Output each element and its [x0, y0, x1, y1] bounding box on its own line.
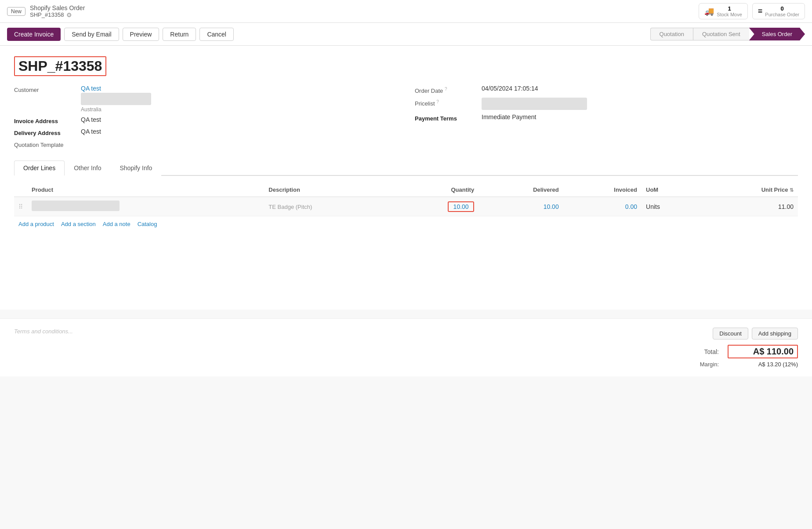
- purchase-order-label: Purchase Order: [765, 12, 799, 17]
- add-note-link[interactable]: Add a note: [103, 221, 130, 227]
- description-value: TE Badge (Pitch): [268, 204, 312, 210]
- terms-area: Terms and conditions...: [14, 328, 640, 335]
- pricelist-row: Pricelist ?: [415, 98, 798, 110]
- pricelist-help: ?: [436, 99, 439, 104]
- invoiced-value: 0.00: [625, 203, 637, 210]
- step-sales-order[interactable]: Sales Order: [749, 28, 805, 40]
- step-quotation-sent[interactable]: Quotation Sent: [693, 28, 749, 40]
- main-content: SHP_#13358 Customer QA test Australia In…: [0, 46, 812, 310]
- sort-icon: ⇅: [790, 187, 794, 193]
- delivery-address-value[interactable]: QA test: [81, 128, 101, 135]
- quantity-cell[interactable]: 10.00: [392, 197, 478, 216]
- total-row: Total: A$ 110.00: [640, 345, 798, 358]
- payment-terms-label: Payment Terms: [415, 113, 476, 122]
- delivered-cell[interactable]: 10.00: [478, 197, 563, 216]
- drag-handle-icon: ⠿: [18, 203, 23, 210]
- order-table: Product Description Quantity Delivered I…: [14, 183, 798, 216]
- add-product-link[interactable]: Add a product: [18, 221, 54, 227]
- invoiced-cell[interactable]: 0.00: [563, 197, 642, 216]
- payment-terms-value[interactable]: Immediate Payment: [482, 113, 536, 120]
- tabs: Order Lines Other Info Shopify Info: [14, 161, 798, 176]
- return-button[interactable]: Return: [163, 28, 196, 41]
- col-uom: UoM: [642, 183, 697, 197]
- quotation-template-row: Quotation Template: [14, 140, 397, 148]
- customer-address: Australia: [81, 106, 151, 113]
- app-name[interactable]: Shopify Sales Order: [30, 4, 85, 11]
- top-bar: New Shopify Sales Order SHP_#13358 ⚙ 🚚 1…: [0, 0, 812, 23]
- product-cell[interactable]: [27, 197, 264, 216]
- add-shipping-button[interactable]: Add shipping: [752, 328, 798, 339]
- total-value: A$ 110.00: [728, 345, 798, 358]
- top-bar-right: 🚚 1 Stock Move ≡ 0 Purchase Order: [699, 3, 805, 19]
- order-date-label: Order Date ?: [415, 85, 476, 94]
- quantity-value: 10.00: [448, 201, 474, 212]
- unit-price-cell[interactable]: 11.00: [697, 197, 798, 216]
- pricelist-label: Pricelist ?: [415, 98, 476, 107]
- col-delivered: Delivered: [478, 183, 563, 197]
- tab-shopify-info[interactable]: Shopify Info: [110, 161, 161, 176]
- top-bar-left: New Shopify Sales Order SHP_#13358 ⚙: [7, 4, 85, 18]
- gear-icon[interactable]: ⚙: [66, 11, 72, 18]
- pricelist-placeholder[interactable]: [482, 98, 587, 110]
- customer-address-placeholder: [81, 93, 151, 105]
- breadcrumb: Shopify Sales Order SHP_#13358 ⚙: [30, 4, 85, 18]
- truck-icon: 🚚: [704, 7, 714, 16]
- col-description: Description: [264, 183, 392, 197]
- add-links: Add a product Add a section Add a note C…: [14, 216, 798, 232]
- order-date-value[interactable]: 04/05/2024 17:05:14: [482, 85, 538, 92]
- preview-button[interactable]: Preview: [123, 28, 160, 41]
- col-invoiced: Invoiced: [563, 183, 642, 197]
- add-section-link[interactable]: Add a section: [61, 221, 96, 227]
- order-date-help: ?: [445, 87, 447, 91]
- status-steps: Quotation Quotation Sent Sales Order: [650, 28, 805, 40]
- create-invoice-button[interactable]: Create Invoice: [7, 28, 61, 41]
- customer-row: Customer QA test Australia: [14, 85, 397, 113]
- step-quotation[interactable]: Quotation: [650, 28, 693, 40]
- margin-row: Margin: A$ 13.20 (12%): [640, 361, 798, 368]
- delivered-value: 10.00: [544, 203, 559, 210]
- uom-cell[interactable]: Units: [642, 197, 697, 216]
- tab-other-info[interactable]: Other Info: [65, 161, 110, 176]
- order-title: SHP_#13358: [14, 56, 106, 76]
- purchase-order-button[interactable]: ≡ 0 Purchase Order: [752, 3, 805, 19]
- form-fields: Customer QA test Australia Invoice Addre…: [14, 85, 798, 152]
- totals-buttons: Discount Add shipping: [640, 328, 798, 339]
- margin-label: Margin:: [684, 361, 719, 368]
- invoice-address-label: Invoice Address: [14, 116, 76, 124]
- list-icon: ≡: [758, 7, 763, 16]
- invoice-address-value[interactable]: QA test: [81, 116, 101, 123]
- stock-move-label: Stock Move: [717, 12, 742, 17]
- catalog-link[interactable]: Catalog: [138, 221, 157, 227]
- table-row: ⠿ TE Badge (Pitch) 10.00 10.00 0.00: [14, 197, 798, 216]
- new-badge: New: [7, 7, 25, 16]
- col-unit-price: Unit Price ⇅: [697, 183, 798, 197]
- description-cell[interactable]: TE Badge (Pitch): [264, 197, 392, 216]
- totals-area: Discount Add shipping Total: A$ 110.00 M…: [640, 328, 798, 368]
- margin-value: A$ 13.20 (12%): [728, 361, 798, 368]
- delivery-address-label: Delivery Address: [14, 128, 76, 136]
- product-placeholder: [32, 201, 120, 211]
- order-date-row: Order Date ? 04/05/2024 17:05:14: [415, 85, 798, 94]
- tab-order-lines[interactable]: Order Lines: [14, 161, 65, 176]
- discount-button[interactable]: Discount: [713, 328, 748, 339]
- cancel-button[interactable]: Cancel: [199, 28, 234, 41]
- quotation-template-label: Quotation Template: [14, 140, 76, 148]
- action-bar: Create Invoice Send by Email Preview Ret…: [0, 23, 812, 46]
- col-drag: [14, 183, 27, 197]
- purchase-order-count: 0: [765, 5, 799, 12]
- stock-move-button[interactable]: 🚚 1 Stock Move: [699, 3, 747, 19]
- stock-move-count: 1: [717, 5, 742, 12]
- action-buttons: Create Invoice Send by Email Preview Ret…: [7, 28, 234, 41]
- invoice-address-row: Invoice Address QA test: [14, 116, 397, 124]
- drag-handle-cell[interactable]: ⠿: [14, 197, 27, 216]
- delivery-address-row: Delivery Address QA test: [14, 128, 397, 136]
- send-by-email-button[interactable]: Send by Email: [64, 28, 119, 41]
- terms-placeholder[interactable]: Terms and conditions...: [14, 328, 73, 335]
- order-id-breadcrumb: SHP_#13358: [30, 11, 64, 18]
- col-quantity: Quantity: [392, 183, 478, 197]
- customer-value[interactable]: QA test: [81, 85, 151, 92]
- uom-value: Units: [646, 203, 660, 210]
- customer-label: Customer: [14, 85, 76, 93]
- bottom-section: Terms and conditions... Discount Add shi…: [0, 318, 812, 376]
- payment-terms-row: Payment Terms Immediate Payment: [415, 113, 798, 122]
